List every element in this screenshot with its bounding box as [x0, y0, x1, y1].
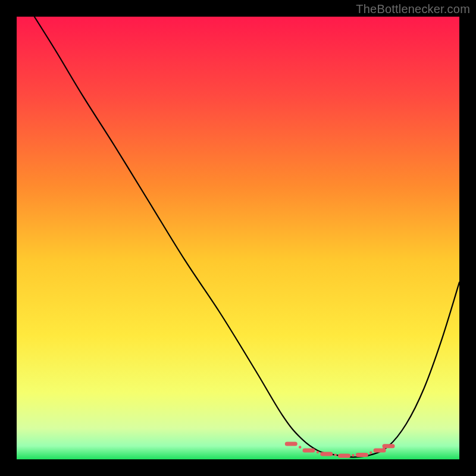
optimal-marker-dot — [334, 453, 337, 456]
chart-container: TheBottlenecker.com — [0, 0, 476, 476]
attribution-text: TheBottlenecker.com — [356, 2, 470, 16]
optimal-marker-dot — [352, 454, 354, 456]
chart-svg — [17, 17, 459, 459]
gradient-background — [17, 17, 459, 459]
optimal-marker-dot — [299, 446, 301, 448]
plot-area — [17, 17, 459, 459]
optimal-marker-dot — [317, 451, 319, 453]
optimal-marker-dot — [369, 452, 372, 454]
